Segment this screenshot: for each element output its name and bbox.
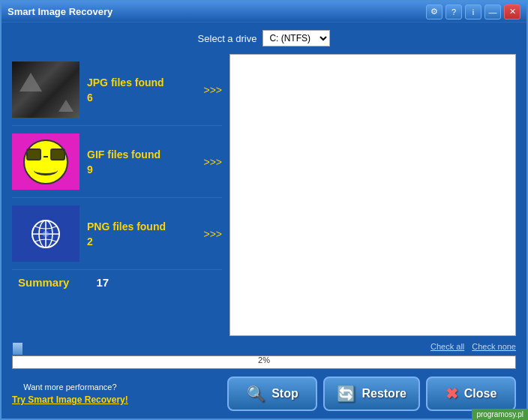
globe-icon	[29, 218, 62, 250]
restore-icon: 🔄	[337, 385, 356, 403]
info-button[interactable]: i	[465, 4, 482, 20]
summary-label: Summary	[18, 276, 69, 289]
drive-label: Select a drive	[198, 33, 257, 44]
gif-thumbnail	[12, 134, 80, 190]
jpg-arrows[interactable]: >>>	[203, 84, 222, 96]
close-window-icon: ✕	[509, 7, 516, 16]
minimize-icon: —	[489, 8, 497, 16]
summary-row: Summary 17	[12, 270, 222, 295]
progress-text: 2%	[258, 356, 270, 364]
png-label: PNG files found	[87, 220, 166, 232]
title-bar-controls: ⚙ ? i — ✕	[426, 4, 520, 20]
action-row: Want more performance? Try Smart Image R…	[12, 376, 516, 411]
promo-line1: Want more performance?	[12, 381, 128, 394]
stop-icon: 🔍	[247, 385, 266, 403]
content-area: Select a drive C: (NTFS) JPG files found	[2, 22, 526, 418]
smiley-mouth	[34, 165, 58, 176]
svg-point-4	[43, 231, 49, 237]
help-icon: ?	[452, 8, 456, 16]
close-window-button[interactable]: ✕	[504, 4, 520, 20]
jpg-count: 6	[87, 92, 93, 104]
promo-link[interactable]: Try Smart Image Recovery!	[12, 393, 128, 406]
png-thumbnail	[12, 206, 80, 262]
button-group: 🔍 Stop 🔄 Restore ✖ Close	[227, 376, 516, 411]
stop-label: Stop	[272, 387, 298, 400]
glass-left	[26, 148, 41, 160]
png-arrows[interactable]: >>>	[203, 228, 222, 240]
jpg-image	[12, 62, 80, 118]
check-all-link[interactable]: Check all	[430, 342, 464, 351]
preview-panel	[230, 54, 516, 336]
glass-bridge	[44, 156, 48, 158]
png-count: 2	[87, 236, 93, 248]
minimize-button[interactable]: —	[484, 4, 501, 20]
close-label: Close	[464, 387, 497, 400]
progress-bar-container: 2%	[12, 356, 516, 369]
promo-text: Want more performance? Try Smart Image R…	[12, 381, 128, 407]
check-links: Check all Check none	[12, 342, 516, 351]
close-icon: ✖	[446, 385, 458, 403]
info-icon: i	[472, 8, 474, 16]
jpg-thumbnail	[12, 62, 80, 118]
smiley-glasses	[26, 148, 65, 161]
gif-info: GIF files found 9	[87, 148, 196, 176]
jpg-info: JPG files found 6	[87, 76, 196, 104]
drive-select[interactable]: C: (NTFS)	[262, 30, 330, 46]
glass-right	[50, 148, 65, 160]
close-button[interactable]: ✖ Close	[426, 376, 516, 411]
check-none-link[interactable]: Check none	[472, 342, 516, 351]
progress-row: 2%	[12, 356, 516, 369]
title-bar: Smart Image Recovery ⚙ ? i — ✕	[2, 2, 526, 22]
gif-count: 9	[87, 164, 93, 176]
png-info: PNG files found 2	[87, 220, 196, 248]
summary-count: 17	[96, 276, 109, 289]
gif-arrows[interactable]: >>>	[203, 156, 222, 168]
gif-label: GIF files found	[87, 148, 160, 160]
bottom-section: Check all Check none 2% Want mor	[12, 342, 516, 411]
window-title: Smart Image Recovery	[8, 6, 112, 17]
main-window: Smart Image Recovery ⚙ ? i — ✕	[0, 0, 528, 420]
watermark: programosy.pl	[472, 409, 528, 420]
gif-row: GIF files found 9 >>>	[12, 126, 222, 198]
main-area: JPG files found 6 >>>	[12, 54, 516, 336]
png-row: PNG files found 2 >>>	[12, 198, 222, 270]
settings-button[interactable]: ⚙	[426, 4, 442, 20]
smiley-face	[23, 140, 68, 184]
drive-selector-row: Select a drive C: (NTFS)	[12, 30, 516, 46]
progress-bar-fill	[13, 343, 22, 355]
jpg-row: JPG files found 6 >>>	[12, 54, 222, 126]
restore-button[interactable]: 🔄 Restore	[323, 376, 420, 411]
settings-icon: ⚙	[430, 7, 438, 16]
restore-label: Restore	[362, 387, 406, 400]
help-button[interactable]: ?	[446, 4, 462, 20]
jpg-label: JPG files found	[87, 76, 164, 88]
file-types-panel: JPG files found 6 >>>	[12, 54, 222, 336]
stop-button[interactable]: 🔍 Stop	[227, 376, 317, 411]
